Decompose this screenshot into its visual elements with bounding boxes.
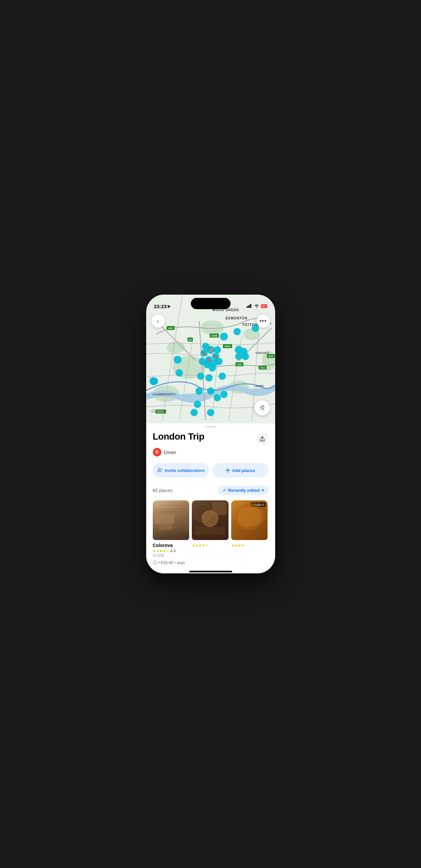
stars-2: ★★★★½	[192, 543, 208, 548]
svg-point-64	[214, 394, 221, 401]
add-places-button[interactable]: Add places	[212, 463, 269, 477]
invite-label: Invite collaborators	[165, 468, 205, 473]
svg-point-56	[220, 333, 228, 341]
svg-text:GREE: GREE	[255, 384, 264, 388]
place-card-3[interactable]: 3 hafta ö ★★★★	[231, 500, 268, 559]
stars-1: ★★★★½	[153, 549, 169, 553]
share-icon	[259, 436, 265, 442]
place-extra-info: ⓘ • €30-40 • eran	[153, 560, 269, 566]
locate-button[interactable]	[255, 400, 270, 415]
svg-point-51	[215, 358, 223, 365]
svg-rect-0	[246, 307, 247, 308]
chevron-down-icon: ▾	[261, 488, 264, 493]
phone-frame: 23:23 ▶	[146, 294, 275, 574]
svg-text:EDMONTON: EDMONTON	[226, 316, 247, 320]
share-button[interactable]	[256, 433, 269, 445]
places-grid: Colorova ★★★★½ 4,4 (1.112)	[153, 500, 269, 559]
svg-point-60	[176, 369, 183, 376]
more-icon: •••	[260, 318, 267, 325]
svg-point-54	[235, 353, 243, 360]
map-container[interactable]: A41 A406 A503 A10 A11 A12 A1 A306	[146, 294, 275, 424]
rating-1: 4,4	[170, 549, 176, 553]
content-panel[interactable]: London Trip O Omer	[146, 430, 275, 571]
trip-header: London Trip	[153, 431, 269, 445]
place-rating-3: ★★★★	[231, 543, 268, 548]
sheet-handle	[146, 424, 275, 430]
place-rating-1: ★★★★½ 4,4	[153, 549, 190, 553]
owner-avatar: O	[153, 448, 161, 457]
battery-icon: 8+	[261, 304, 267, 308]
svg-point-10	[201, 320, 224, 335]
back-button[interactable]: ‹	[151, 314, 165, 328]
review-count-1: 1.112	[154, 553, 163, 557]
svg-point-4	[256, 307, 257, 308]
place-price: • €30-40 •	[159, 560, 176, 565]
svg-text:A11: A11	[260, 366, 265, 369]
svg-point-49	[202, 343, 209, 350]
svg-point-72	[149, 377, 158, 385]
info-icon: ⓘ	[153, 560, 157, 566]
svg-rect-1	[248, 306, 249, 308]
locate-icon	[259, 405, 265, 411]
svg-text:🔖: 🔖	[213, 354, 218, 359]
time-display: 23:23	[154, 304, 167, 309]
add-icon	[226, 468, 230, 473]
back-icon: ‹	[157, 318, 159, 325]
svg-point-47	[209, 364, 216, 372]
place-name-1: Colorova	[153, 542, 190, 548]
svg-point-66	[195, 388, 203, 395]
dynamic-island	[191, 298, 230, 309]
more-button[interactable]: •••	[257, 314, 270, 328]
google-logo: Google	[151, 409, 164, 413]
svg-rect-2	[249, 305, 250, 308]
location-arrow-icon: ▶	[168, 304, 170, 309]
filter-button[interactable]: ✓ Recently edited ▾	[218, 486, 268, 495]
trip-title: London Trip	[153, 431, 204, 442]
places-count: 65 places	[153, 488, 173, 493]
owner-name: Omer	[164, 450, 177, 455]
svg-point-58	[252, 325, 259, 332]
svg-point-50	[199, 358, 206, 365]
svg-text:⬡: ⬡	[209, 348, 212, 352]
svg-text:HAMMERSMITH: HAMMERSMITH	[153, 393, 176, 396]
place-info-2: ★★★★½	[192, 540, 228, 549]
place-card-1[interactable]: Colorova ★★★★½ 4,4 (1.112)	[153, 500, 190, 559]
svg-point-63	[207, 388, 214, 395]
places-row: 65 places ✓ Recently edited ▾	[153, 486, 269, 495]
svg-text:STRATFO: STRATFO	[255, 351, 269, 355]
svg-point-69	[194, 401, 201, 408]
action-buttons: Invite collaborators Add places	[153, 463, 269, 477]
status-time: 23:23 ▶	[154, 304, 170, 309]
add-places-label: Add places	[232, 468, 255, 473]
svg-text:A406: A406	[211, 334, 218, 337]
invite-collaborators-button[interactable]: Invite collaborators	[153, 463, 209, 477]
owner-initial: O	[156, 450, 159, 455]
svg-text:A1: A1	[188, 338, 192, 341]
home-indicator-container	[146, 571, 275, 574]
phone-screen: 23:23 ▶	[146, 294, 275, 574]
wifi-icon	[254, 303, 259, 309]
filter-label: Recently edited	[228, 488, 260, 493]
svg-text:🔖: 🔖	[202, 351, 206, 355]
svg-text:A503: A503	[224, 345, 231, 348]
place-category: eran	[177, 560, 185, 565]
stars-3: ★★★★	[231, 543, 244, 548]
svg-point-70	[191, 409, 198, 416]
place-card-2[interactable]: ★★★★½	[192, 500, 228, 559]
place-reviews-1: (1.112)	[153, 553, 190, 557]
svg-point-65	[220, 391, 227, 398]
checkmark-icon: ✓	[223, 488, 226, 493]
status-icons: 8+	[246, 303, 267, 309]
svg-text:A12: A12	[268, 355, 273, 358]
place-info-1: Colorova ★★★★½ 4,4 (1.112)	[153, 540, 190, 559]
svg-point-55	[242, 353, 249, 360]
handle-bar	[205, 426, 217, 427]
svg-text:A10: A10	[237, 363, 242, 366]
place-info-3: ★★★★	[231, 540, 268, 549]
svg-point-71	[207, 409, 214, 416]
home-indicator	[189, 571, 232, 572]
svg-point-75	[158, 468, 160, 471]
svg-point-59	[174, 356, 181, 364]
svg-text:A41: A41	[168, 327, 173, 330]
invite-icon	[157, 468, 163, 473]
